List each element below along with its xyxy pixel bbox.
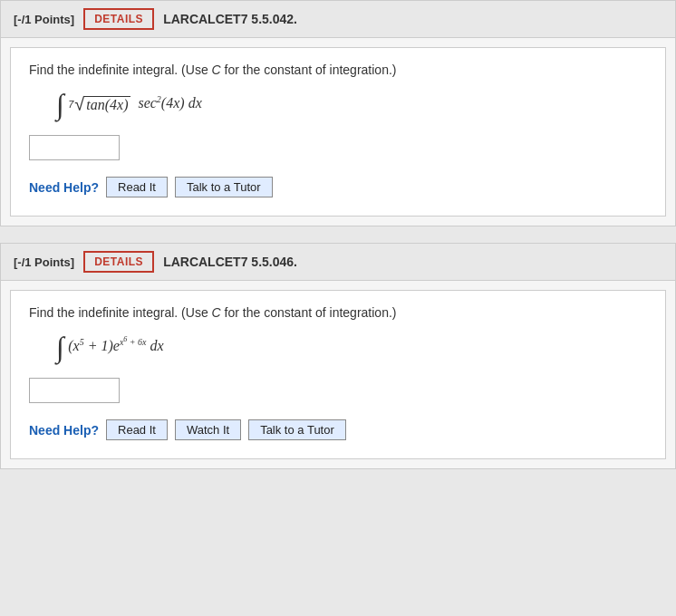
watch-it-button-2[interactable]: Watch It bbox=[175, 419, 241, 440]
problem-id-2: LARCALCET7 5.5.046. bbox=[163, 255, 297, 269]
points-label-1: [-/1 Points] bbox=[14, 13, 74, 26]
radical-content-1: tan(4x) bbox=[84, 96, 130, 113]
formula-sec2: sec2(4x) dx bbox=[138, 95, 201, 111]
need-help-label-2: Need Help? bbox=[29, 423, 99, 438]
problem-block-1: [-/1 Points] DETAILS LARCALCET7 5.5.042.… bbox=[0, 0, 676, 226]
problem-header-1: [-/1 Points] DETAILS LARCALCET7 5.5.042. bbox=[1, 1, 675, 38]
help-row-2: Need Help? Read It Watch It Talk to a Tu… bbox=[29, 419, 647, 440]
details-button-1[interactable]: DETAILS bbox=[83, 8, 154, 30]
read-it-button-2[interactable]: Read It bbox=[106, 419, 168, 440]
integral-sign-2: ∫ bbox=[56, 331, 64, 363]
formula-content-2: (x5 + 1)ex6 + 6x dx bbox=[68, 338, 163, 353]
help-row-1: Need Help? Read It Talk to a Tutor bbox=[29, 177, 647, 197]
formula-main-2: (x5 + 1)ex6 + 6x dx bbox=[68, 338, 163, 353]
problem-body-2: Find the indefinite integral. (Use C for… bbox=[10, 290, 666, 459]
answer-input-2[interactable] bbox=[29, 378, 120, 403]
talk-to-tutor-button-2[interactable]: Talk to a Tutor bbox=[248, 419, 346, 440]
problem-instruction-2: Find the indefinite integral. (Use C for… bbox=[29, 305, 647, 320]
problem-block-2: [-/1 Points] DETAILS LARCALCET7 5.5.046.… bbox=[0, 243, 676, 469]
need-help-label-1: Need Help? bbox=[29, 180, 99, 195]
formula-content-1: 7√tan(4x) sec2(4x) dx bbox=[68, 95, 202, 111]
radical-index-1: 7 bbox=[68, 99, 73, 110]
formula-1: ∫ 7√tan(4x) sec2(4x) dx bbox=[56, 90, 647, 119]
formula-2: ∫ (x5 + 1)ex6 + 6x dx bbox=[56, 332, 647, 361]
details-button-2[interactable]: DETAILS bbox=[83, 251, 154, 273]
read-it-button-1[interactable]: Read It bbox=[106, 177, 168, 197]
points-label-2: [-/1 Points] bbox=[14, 255, 74, 269]
problem-id-1: LARCALCET7 5.5.042. bbox=[163, 12, 297, 26]
talk-to-tutor-button-1[interactable]: Talk to a Tutor bbox=[175, 177, 273, 197]
answer-input-1[interactable] bbox=[29, 135, 120, 160]
problem-body-1: Find the indefinite integral. (Use C for… bbox=[10, 47, 666, 217]
radical-symbol-1: √ bbox=[74, 95, 84, 113]
problem-header-2: [-/1 Points] DETAILS LARCALCET7 5.5.046. bbox=[1, 244, 675, 281]
radical-1: 7√tan(4x) bbox=[68, 95, 130, 113]
problem-instruction-1: Find the indefinite integral. (Use C for… bbox=[29, 63, 647, 77]
integral-sign-1: ∫ bbox=[56, 88, 64, 120]
